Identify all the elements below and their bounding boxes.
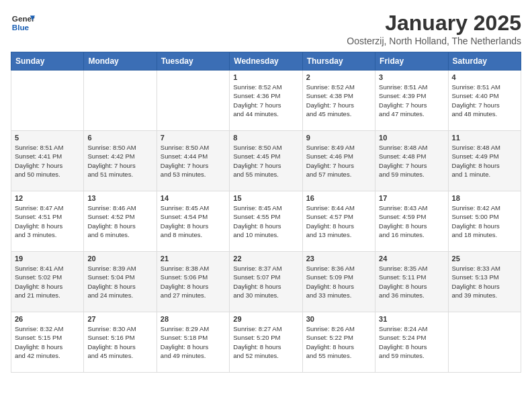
day-number: 20 [87,255,152,263]
calendar-cell [157,71,229,131]
day-info: Sunrise: 8:48 AM Sunset: 4:49 PM Dayligh… [452,143,517,179]
month-title: January 2025 [347,11,521,36]
day-number: 18 [452,194,517,202]
calendar-week-row: 12Sunrise: 8:47 AM Sunset: 4:51 PM Dayli… [11,191,521,252]
day-number: 10 [379,134,444,142]
calendar-cell: 28Sunrise: 8:29 AM Sunset: 5:18 PM Dayli… [157,312,229,373]
calendar-cell: 22Sunrise: 8:37 AM Sunset: 5:07 PM Dayli… [230,252,302,312]
day-number: 26 [15,315,80,323]
day-number: 7 [161,134,226,142]
calendar-cell: 1Sunrise: 8:52 AM Sunset: 4:36 PM Daylig… [230,71,302,131]
day-number: 11 [452,134,517,142]
day-info: Sunrise: 8:30 AM Sunset: 5:16 PM Dayligh… [87,324,152,360]
calendar-cell: 11Sunrise: 8:48 AM Sunset: 4:49 PM Dayli… [448,131,521,191]
day-info: Sunrise: 8:50 AM Sunset: 4:45 PM Dayligh… [233,143,298,179]
day-info: Sunrise: 8:50 AM Sunset: 4:44 PM Dayligh… [161,143,226,179]
calendar-cell: 13Sunrise: 8:46 AM Sunset: 4:52 PM Dayli… [84,191,157,252]
day-info: Sunrise: 8:47 AM Sunset: 4:51 PM Dayligh… [15,203,80,239]
calendar-header-row: SundayMondayTuesdayWednesdayThursdayFrid… [11,52,521,71]
calendar-cell: 7Sunrise: 8:50 AM Sunset: 4:44 PM Daylig… [157,131,229,191]
logo-icon: General Blue [11,11,35,35]
calendar-cell: 10Sunrise: 8:48 AM Sunset: 4:48 PM Dayli… [375,131,448,191]
calendar-day-header: Wednesday [230,52,302,71]
calendar-cell: 3Sunrise: 8:51 AM Sunset: 4:39 PM Daylig… [375,71,448,131]
calendar-cell: 30Sunrise: 8:26 AM Sunset: 5:22 PM Dayli… [302,312,375,373]
day-number: 1 [233,73,298,81]
day-info: Sunrise: 8:39 AM Sunset: 5:04 PM Dayligh… [87,264,152,300]
day-number: 9 [306,134,371,142]
calendar-week-row: 19Sunrise: 8:41 AM Sunset: 5:02 PM Dayli… [11,252,521,312]
day-number: 31 [379,315,444,323]
day-info: Sunrise: 8:52 AM Sunset: 4:36 PM Dayligh… [233,83,298,118]
day-number: 3 [379,73,444,81]
day-number: 15 [233,194,298,202]
calendar-cell: 27Sunrise: 8:30 AM Sunset: 5:16 PM Dayli… [84,312,157,373]
day-number: 24 [379,255,444,263]
day-number: 25 [452,255,517,263]
day-info: Sunrise: 8:52 AM Sunset: 4:38 PM Dayligh… [306,83,371,118]
day-info: Sunrise: 8:37 AM Sunset: 5:07 PM Dayligh… [233,264,298,300]
day-info: Sunrise: 8:46 AM Sunset: 4:52 PM Dayligh… [87,203,152,239]
day-number: 13 [87,194,152,202]
calendar-cell: 4Sunrise: 8:51 AM Sunset: 4:40 PM Daylig… [448,71,521,131]
day-info: Sunrise: 8:32 AM Sunset: 5:15 PM Dayligh… [15,324,80,360]
day-number: 6 [87,134,152,142]
calendar-cell: 6Sunrise: 8:50 AM Sunset: 4:42 PM Daylig… [84,131,157,191]
calendar-cell: 9Sunrise: 8:49 AM Sunset: 4:46 PM Daylig… [302,131,375,191]
calendar-cell: 15Sunrise: 8:45 AM Sunset: 4:55 PM Dayli… [230,191,302,252]
calendar-week-row: 26Sunrise: 8:32 AM Sunset: 5:15 PM Dayli… [11,312,521,373]
day-info: Sunrise: 8:24 AM Sunset: 5:24 PM Dayligh… [379,324,444,360]
day-info: Sunrise: 8:43 AM Sunset: 4:59 PM Dayligh… [379,203,444,239]
calendar-cell: 14Sunrise: 8:45 AM Sunset: 4:54 PM Dayli… [157,191,229,252]
calendar-day-header: Tuesday [157,52,229,71]
calendar-day-header: Thursday [302,52,375,71]
day-info: Sunrise: 8:44 AM Sunset: 4:57 PM Dayligh… [306,203,371,239]
day-info: Sunrise: 8:26 AM Sunset: 5:22 PM Dayligh… [306,324,371,360]
calendar-week-row: 5Sunrise: 8:51 AM Sunset: 4:41 PM Daylig… [11,131,521,191]
calendar-day-header: Sunday [11,52,84,71]
day-number: 4 [452,73,517,81]
calendar-day-header: Friday [375,52,448,71]
calendar-cell: 12Sunrise: 8:47 AM Sunset: 4:51 PM Dayli… [11,191,84,252]
day-info: Sunrise: 8:51 AM Sunset: 4:39 PM Dayligh… [379,83,444,118]
day-info: Sunrise: 8:45 AM Sunset: 4:55 PM Dayligh… [233,203,298,239]
calendar-table: SundayMondayTuesdayWednesdayThursdayFrid… [11,52,521,373]
day-number: 8 [233,134,298,142]
day-number: 19 [15,255,80,263]
calendar-cell: 8Sunrise: 8:50 AM Sunset: 4:45 PM Daylig… [230,131,302,191]
calendar-cell: 29Sunrise: 8:27 AM Sunset: 5:20 PM Dayli… [230,312,302,373]
calendar-cell: 2Sunrise: 8:52 AM Sunset: 4:38 PM Daylig… [302,71,375,131]
calendar-cell [84,71,157,131]
svg-text:Blue: Blue [12,23,30,32]
day-number: 28 [161,315,226,323]
day-info: Sunrise: 8:27 AM Sunset: 5:20 PM Dayligh… [233,324,298,360]
calendar-cell: 18Sunrise: 8:42 AM Sunset: 5:00 PM Dayli… [448,191,521,252]
calendar-cell [448,312,521,373]
calendar-cell: 25Sunrise: 8:33 AM Sunset: 5:13 PM Dayli… [448,252,521,312]
day-number: 14 [161,194,226,202]
day-info: Sunrise: 8:29 AM Sunset: 5:18 PM Dayligh… [161,324,226,360]
calendar-cell: 5Sunrise: 8:51 AM Sunset: 4:41 PM Daylig… [11,131,84,191]
day-number: 29 [233,315,298,323]
day-info: Sunrise: 8:51 AM Sunset: 4:41 PM Dayligh… [15,143,80,179]
title-section: January 2025 Oosterzij, North Holland, T… [347,11,521,46]
svg-text:General: General [12,14,35,23]
page-header: General Blue January 2025 Oosterzij, Nor… [11,11,521,46]
day-number: 12 [15,194,80,202]
calendar-cell: 24Sunrise: 8:35 AM Sunset: 5:11 PM Dayli… [375,252,448,312]
calendar-cell: 17Sunrise: 8:43 AM Sunset: 4:59 PM Dayli… [375,191,448,252]
calendar-cell: 31Sunrise: 8:24 AM Sunset: 5:24 PM Dayli… [375,312,448,373]
calendar-week-row: 1Sunrise: 8:52 AM Sunset: 4:36 PM Daylig… [11,71,521,131]
day-info: Sunrise: 8:45 AM Sunset: 4:54 PM Dayligh… [161,203,226,239]
calendar-day-header: Saturday [448,52,521,71]
day-number: 16 [306,194,371,202]
day-number: 5 [15,134,80,142]
calendar-cell: 20Sunrise: 8:39 AM Sunset: 5:04 PM Dayli… [84,252,157,312]
day-info: Sunrise: 8:51 AM Sunset: 4:40 PM Dayligh… [452,83,517,118]
day-info: Sunrise: 8:49 AM Sunset: 4:46 PM Dayligh… [306,143,371,179]
calendar-day-header: Monday [84,52,157,71]
day-number: 27 [87,315,152,323]
day-info: Sunrise: 8:35 AM Sunset: 5:11 PM Dayligh… [379,264,444,300]
calendar-cell: 23Sunrise: 8:36 AM Sunset: 5:09 PM Dayli… [302,252,375,312]
day-info: Sunrise: 8:50 AM Sunset: 4:42 PM Dayligh… [87,143,152,179]
